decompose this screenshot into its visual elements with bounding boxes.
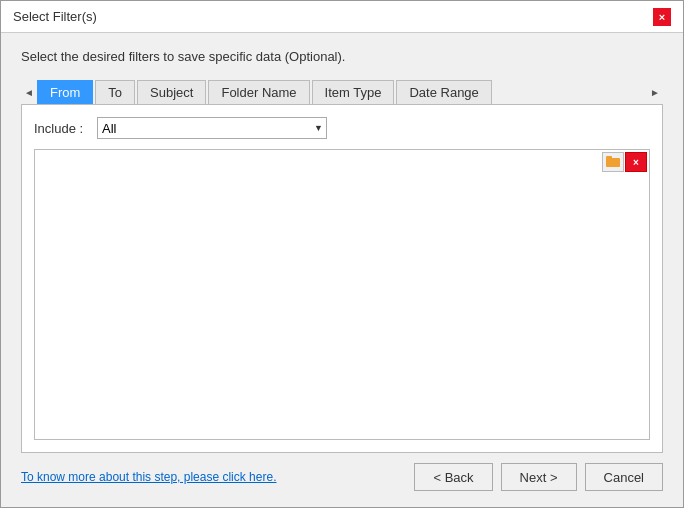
tab-folder-name[interactable]: Folder Name bbox=[208, 80, 309, 104]
file-area: × bbox=[34, 149, 650, 440]
include-select[interactable]: All Specific Exclude bbox=[97, 117, 327, 139]
title-bar: Select Filter(s) × bbox=[1, 1, 683, 33]
tab-subject[interactable]: Subject bbox=[137, 80, 206, 104]
include-label: Include : bbox=[34, 121, 89, 136]
back-button[interactable]: < Back bbox=[414, 463, 492, 491]
dialog-title: Select Filter(s) bbox=[13, 9, 97, 24]
tab-scroll-right-arrow[interactable]: ► bbox=[647, 81, 663, 103]
include-select-wrapper: All Specific Exclude bbox=[97, 117, 327, 139]
description-text: Select the desired filters to save speci… bbox=[21, 49, 663, 64]
tab-to[interactable]: To bbox=[95, 80, 135, 104]
help-link[interactable]: To know more about this step, please cli… bbox=[21, 470, 276, 484]
tab-from[interactable]: From bbox=[37, 80, 93, 104]
tabs: From To Subject Folder Name Item Type Da… bbox=[37, 80, 647, 104]
tab-date-range[interactable]: Date Range bbox=[396, 80, 491, 104]
file-area-toolbar: × bbox=[602, 152, 647, 172]
next-button[interactable]: Next > bbox=[501, 463, 577, 491]
svg-rect-0 bbox=[606, 158, 620, 167]
browse-folder-button[interactable] bbox=[602, 152, 624, 172]
tab-scroll-left-arrow[interactable]: ◄ bbox=[21, 81, 37, 103]
clear-button[interactable]: × bbox=[625, 152, 647, 172]
cancel-button[interactable]: Cancel bbox=[585, 463, 663, 491]
tab-bar-container: ◄ From To Subject Folder Name Item Type … bbox=[21, 80, 663, 104]
footer-buttons: < Back Next > Cancel bbox=[414, 463, 663, 491]
include-row: Include : All Specific Exclude bbox=[34, 117, 650, 139]
tab-content-panel: Include : All Specific Exclude bbox=[21, 104, 663, 453]
svg-rect-1 bbox=[606, 156, 612, 159]
help-link-text: To know more about this step, please cli… bbox=[21, 470, 276, 484]
dialog-body: Select the desired filters to save speci… bbox=[1, 33, 683, 507]
footer: To know more about this step, please cli… bbox=[21, 453, 663, 495]
tab-item-type[interactable]: Item Type bbox=[312, 80, 395, 104]
dialog-close-button[interactable]: × bbox=[653, 8, 671, 26]
dialog-window: Select Filter(s) × Select the desired fi… bbox=[0, 0, 684, 508]
folder-icon bbox=[606, 155, 620, 169]
